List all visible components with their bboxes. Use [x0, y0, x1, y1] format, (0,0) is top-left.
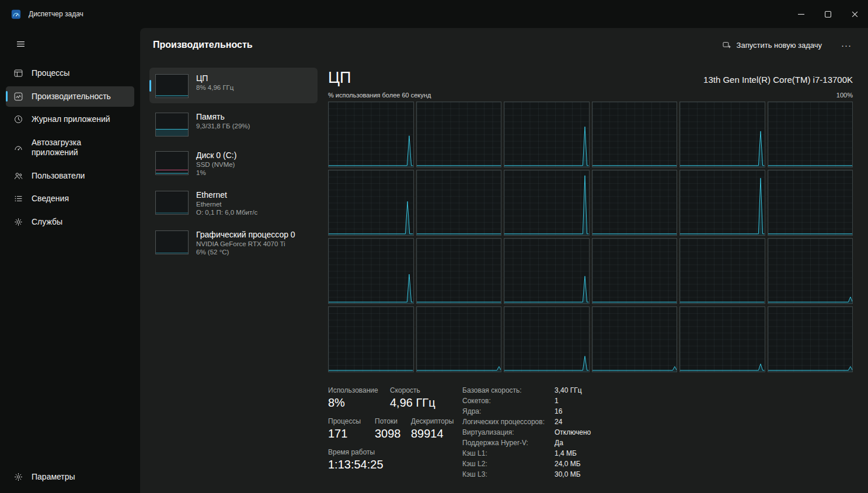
close-button[interactable] — [841, 0, 868, 28]
performance-list: ЦП 8% 4,96 ГГц Память 9,3/31,8 ГБ (29%) — [149, 68, 328, 493]
hamburger-icon — [16, 39, 26, 49]
users-icon — [13, 171, 23, 181]
memory-thumbnail-chart — [155, 113, 189, 137]
cpu-core-chart-5 — [679, 102, 765, 167]
cpu-core-chart-7 — [328, 170, 414, 236]
stat-processes: Процессы 171 — [328, 417, 375, 440]
startup-apps-icon — [13, 143, 23, 153]
cpu-core-chart-10 — [592, 170, 678, 236]
cpu-thumbnail-chart — [155, 74, 189, 98]
cpu-core-chart-11 — [679, 170, 765, 236]
services-icon — [13, 217, 23, 227]
cpu-core-grid — [328, 102, 853, 372]
sidebar-item-details[interactable]: Сведения — [6, 188, 134, 209]
cpu-core-chart-13 — [328, 238, 414, 304]
more-options-button[interactable]: ··· — [834, 38, 859, 53]
sidebar-item-startup-apps[interactable]: Автозагрузка приложений — [6, 132, 134, 163]
stat-handles: Дескрипторы 89914 — [411, 417, 454, 440]
cpu-core-chart-17 — [679, 238, 765, 304]
cpu-core-chart-9 — [504, 170, 590, 236]
gpu-thumbnail-chart — [155, 230, 189, 254]
perf-item-ethernet[interactable]: Ethernet Ethernet О: 0,1 П: 6,0 Мбит/с — [149, 184, 318, 221]
stat-usage: Использование 8% — [328, 386, 390, 410]
cpu-model-name: 13th Gen Intel(R) Core(TM) i7-13700K — [703, 75, 853, 85]
ethernet-thumbnail-chart — [155, 191, 189, 215]
content-header: Производительность Запустить новую задач… — [140, 28, 868, 62]
new-task-icon — [722, 40, 731, 50]
app-history-icon — [13, 114, 23, 124]
cpu-core-chart-23 — [679, 306, 765, 372]
cpu-core-chart-8 — [416, 170, 502, 236]
cpu-core-chart-20 — [416, 306, 502, 372]
processes-icon — [13, 68, 23, 78]
task-manager-window: Диспетчер задач Процессы — [0, 0, 868, 493]
perf-item-disk0[interactable]: Диск 0 (C:) SSD (NVMe) 1% — [149, 145, 318, 181]
cpu-core-chart-14 — [416, 238, 502, 304]
close-icon — [852, 11, 858, 18]
cpu-core-chart-3 — [504, 102, 590, 167]
maximize-icon — [825, 11, 831, 18]
sidebar-item-services[interactable]: Службы — [6, 212, 134, 233]
perf-item-gpu0[interactable]: Графический процессор 0 NVIDIA GeForce R… — [149, 224, 318, 261]
cpu-core-chart-16 — [592, 238, 678, 304]
sidebar-item-users[interactable]: Пользователи — [6, 166, 134, 187]
cpu-core-chart-21 — [504, 306, 590, 372]
cpu-core-chart-1 — [328, 102, 414, 167]
nav-sidebar: Процессы Производительность Журнал прило… — [0, 28, 140, 493]
perf-item-memory[interactable]: Память 9,3/31,8 ГБ (29%) — [149, 106, 318, 142]
chart-axis-label: % использования более 60 секунд — [328, 92, 431, 99]
window-title: Диспетчер задач — [29, 10, 83, 18]
details-icon — [13, 194, 23, 204]
cpu-core-chart-24 — [768, 306, 853, 372]
cpu-core-chart-2 — [416, 102, 502, 167]
cpu-core-chart-12 — [768, 170, 853, 236]
minimize-button[interactable] — [787, 0, 814, 28]
perf-item-cpu[interactable]: ЦП 8% 4,96 ГГц — [149, 68, 318, 103]
minimize-icon — [798, 11, 804, 18]
cpu-core-chart-4 — [592, 102, 678, 167]
run-new-task-button[interactable]: Запустить новую задачу — [716, 36, 828, 54]
menu-button[interactable] — [8, 34, 33, 54]
cpu-core-chart-22 — [592, 306, 678, 372]
stat-threads: Потоки 3098 — [375, 417, 411, 440]
page-title: Производительность — [153, 40, 253, 50]
gear-icon — [13, 472, 23, 482]
cpu-detail-panel: ЦП 13th Gen Intel(R) Core(TM) i7-13700K … — [328, 68, 853, 493]
chart-max-label: 100% — [836, 92, 853, 99]
sidebar-item-app-history[interactable]: Журнал приложений — [6, 109, 134, 130]
cpu-stats: Использование 8% Скорость 4,96 ГГц — [328, 386, 467, 478]
cpu-core-chart-19 — [328, 306, 414, 372]
performance-icon — [13, 92, 23, 102]
titlebar: Диспетчер задач — [0, 0, 868, 28]
stat-uptime: Время работы 1:13:54:25 — [328, 448, 384, 471]
maximize-button[interactable] — [814, 0, 841, 28]
cpu-core-chart-15 — [504, 238, 590, 304]
cpu-core-chart-18 — [768, 238, 853, 304]
cpu-details: Базовая скорость:3,40 ГГц Сокетов:1 Ядра… — [462, 386, 591, 478]
content-card: Производительность Запустить новую задач… — [140, 28, 868, 493]
cpu-core-chart-6 — [768, 102, 853, 167]
cpu-title: ЦП — [328, 69, 351, 87]
disk-thumbnail-chart — [155, 151, 189, 175]
sidebar-item-settings[interactable]: Параметры — [6, 467, 134, 488]
performance-body: ЦП 8% 4,96 ГГц Память 9,3/31,8 ГБ (29%) — [140, 62, 868, 493]
stat-speed: Скорость 4,96 ГГц — [390, 386, 435, 410]
sidebar-item-performance[interactable]: Производительность — [6, 86, 134, 107]
sidebar-item-processes[interactable]: Процессы — [6, 63, 134, 84]
app-icon — [11, 9, 21, 19]
